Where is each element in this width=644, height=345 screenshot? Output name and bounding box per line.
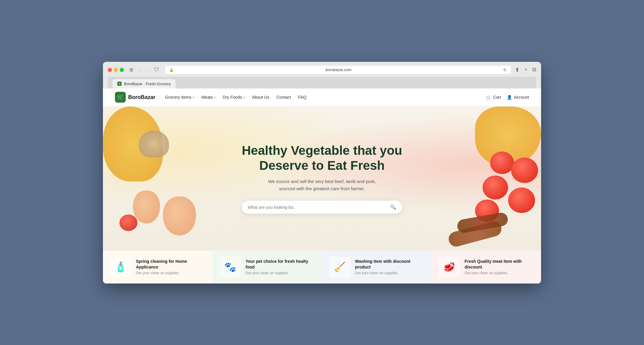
tab-bar: B BoroBazar - Fresh Grocery: [108, 77, 536, 88]
hero-section: Healthy Vegetable that you Deserve to Ea…: [103, 106, 541, 250]
cart-icon: 🛒: [486, 95, 491, 100]
nav-meats[interactable]: Meats ▾: [201, 95, 215, 100]
promo-card-4[interactable]: 🥩 Fresh Quality meat item with discount …: [432, 250, 541, 284]
nav-arrows: ‹ ›: [139, 67, 149, 73]
tomato-small-decoration: [119, 214, 137, 231]
nav-label-dry-foods: Dry Foods: [223, 95, 242, 100]
new-tab-icon[interactable]: +: [524, 67, 528, 73]
close-button[interactable]: [108, 68, 112, 72]
hero-title-line2: Deserve to Eat Fresh: [259, 158, 385, 172]
fullscreen-button[interactable]: [120, 68, 124, 72]
website-content: 🛒 BoroBazar Grocery Items ▾ Meats ▾ Dry …: [103, 88, 541, 284]
promo-subtitle-3: Get your clean on supplies.: [355, 271, 424, 275]
nav-grocery-items[interactable]: Grocery Items ▾: [165, 95, 194, 100]
back-button[interactable]: ‹: [139, 67, 143, 73]
hero-content: Healthy Vegetable that you Deserve to Ea…: [236, 143, 408, 214]
nav-right: 🛒 Cart 👤 Account: [486, 95, 529, 100]
account-label: Account: [514, 95, 529, 100]
tabs-icon[interactable]: ⧉: [532, 67, 536, 73]
nav-label-contact: Contact: [276, 95, 291, 100]
account-icon: 👤: [507, 95, 512, 100]
minimize-button[interactable]: [114, 68, 118, 72]
nav-label-faq: FAQ: [298, 95, 306, 100]
tomato-2: [511, 158, 538, 183]
forward-button[interactable]: ›: [144, 67, 148, 73]
promo-title-3: Washing item with discount product: [355, 259, 424, 269]
shield-icon: 🛡: [154, 67, 159, 73]
tomato-1: [490, 152, 514, 174]
chevron-down-icon: ▾: [243, 96, 245, 99]
nav-about-us[interactable]: About Us: [252, 95, 269, 100]
promo-title-4: Fresh Quality meat item with discount: [465, 259, 534, 269]
nav-faq[interactable]: FAQ: [298, 95, 306, 100]
sidebar-toggle[interactable]: ⊞: [128, 66, 135, 74]
cart-button[interactable]: 🛒 Cart: [486, 95, 501, 100]
egg-decoration-1: [133, 190, 160, 224]
mushroom-decoration: [139, 130, 169, 158]
promo-img-3: 🧹: [329, 256, 350, 278]
promo-card-1[interactable]: 🧴 Spring cleaning for Home Applicance Ge…: [103, 250, 212, 284]
account-button[interactable]: 👤 Account: [507, 95, 529, 100]
promo-card-3[interactable]: 🧹 Washing item with discount product Get…: [322, 250, 432, 284]
logo[interactable]: 🛒 BoroBazar: [115, 92, 155, 103]
promo-img-1: 🧴: [110, 256, 131, 278]
hero-title-line1: Healthy Vegetable that you: [242, 143, 402, 158]
search-input[interactable]: [248, 205, 387, 210]
promo-subtitle-1: Get your clean on supplies.: [136, 271, 205, 275]
traffic-lights: [108, 68, 124, 72]
hero-subtitle-line2: sourced with the greatest care from farm…: [279, 186, 365, 191]
nav-links: Grocery Items ▾ Meats ▾ Dry Foods ▾ Abou…: [165, 95, 486, 100]
chevron-down-icon: ▾: [214, 96, 215, 99]
promo-text-3: Washing item with discount product Get y…: [355, 259, 424, 275]
promo-text-4: Fresh Quality meat item with discount Ge…: [465, 259, 534, 275]
logo-icon: 🛒: [115, 92, 126, 103]
cart-label: Cart: [493, 95, 501, 100]
lock-icon: 🔒: [169, 68, 174, 72]
promo-img-4: 🥩: [439, 256, 460, 278]
browser-actions: ⬆ + ⧉: [515, 67, 536, 73]
promo-text-1: Spring cleaning for Home Applicance Get …: [136, 259, 205, 275]
promo-img-2: 🐾: [220, 256, 241, 278]
hero-subtitle-line1: We source and sell the very best beef, l…: [268, 179, 376, 184]
nav-contact[interactable]: Contact: [276, 95, 291, 100]
search-icon[interactable]: 🔍: [390, 204, 396, 210]
active-tab[interactable]: B BoroBazar - Fresh Grocery: [113, 79, 176, 88]
refresh-button[interactable]: ↻: [503, 68, 507, 72]
promo-title-1: Spring cleaning for Home Applicance: [136, 259, 205, 269]
url-text: borobazar.com: [176, 68, 501, 72]
promo-card-2[interactable]: 🐾 Your pet choice for fresh healty food …: [212, 250, 322, 284]
logo-text: BoroBazar: [128, 94, 155, 100]
nav-label-grocery: Grocery Items: [165, 95, 191, 100]
egg-decoration-2: [163, 196, 196, 236]
search-bar: 🔍: [242, 201, 402, 214]
tomato-3: [483, 176, 508, 200]
chevron-down-icon: ▾: [193, 96, 194, 99]
address-bar[interactable]: 🔒 borobazar.com ↻: [165, 65, 512, 74]
nav-dry-foods[interactable]: Dry Foods ▾: [223, 95, 245, 100]
hero-subtitle: We source and sell the very best beef, l…: [242, 178, 402, 192]
nav-label-meats: Meats: [201, 95, 213, 100]
tomato-4: [508, 188, 535, 213]
promo-section: 🧴 Spring cleaning for Home Applicance Ge…: [103, 250, 541, 284]
promo-subtitle-4: Get your clean on supplies.: [465, 271, 534, 275]
promo-subtitle-2: Get your clean on supplies.: [245, 271, 315, 275]
share-icon[interactable]: ⬆: [515, 67, 519, 73]
promo-title-2: Your pet choice for fresh healty food: [245, 259, 315, 269]
browser-window: ⊞ ‹ › 🛡 🔒 borobazar.com ↻ ⬆ + ⧉ B: [103, 62, 541, 284]
hero-title: Healthy Vegetable that you Deserve to Ea…: [242, 143, 402, 173]
browser-chrome: ⊞ ‹ › 🛡 🔒 borobazar.com ↻ ⬆ + ⧉ B: [103, 62, 541, 88]
main-nav: 🛒 BoroBazar Grocery Items ▾ Meats ▾ Dry …: [103, 88, 541, 106]
nav-label-about-us: About Us: [252, 95, 269, 100]
tab-title: BoroBazar - Fresh Grocery: [124, 82, 171, 86]
tab-favicon: B: [117, 82, 122, 86]
promo-text-2: Your pet choice for fresh healty food Ge…: [245, 259, 315, 275]
